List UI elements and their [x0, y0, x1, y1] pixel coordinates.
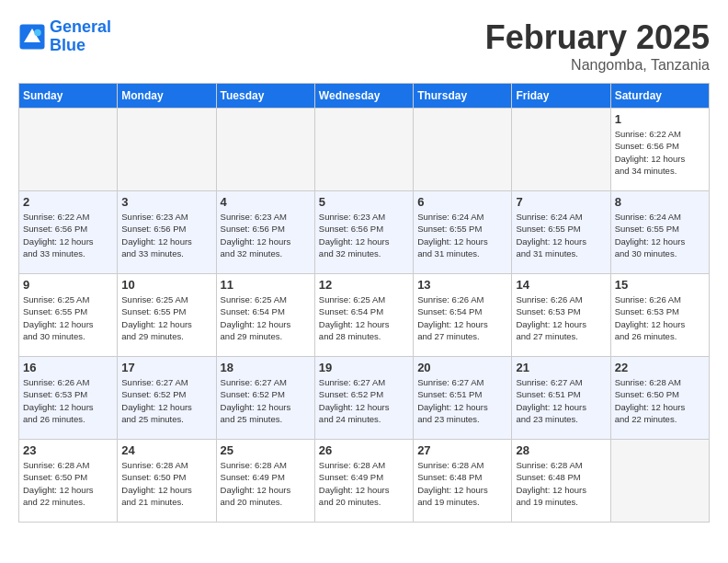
day-info: Sunrise: 6:23 AM Sunset: 6:56 PM Dayligh…	[319, 211, 409, 259]
day-info: Sunrise: 6:28 AM Sunset: 6:49 PM Dayligh…	[221, 459, 311, 508]
day-number: 14	[516, 278, 606, 292]
day-info: Sunrise: 6:28 AM Sunset: 6:49 PM Dayligh…	[319, 459, 409, 508]
day-number: 26	[319, 443, 409, 457]
day-cell: 6Sunrise: 6:24 AM Sunset: 6:55 PM Daylig…	[414, 191, 512, 274]
day-cell: 15Sunrise: 6:26 AM Sunset: 6:53 PM Dayli…	[610, 274, 709, 357]
day-cell: 28Sunrise: 6:28 AM Sunset: 6:48 PM Dayli…	[512, 440, 610, 523]
day-number: 20	[417, 361, 507, 374]
day-cell: 3Sunrise: 6:23 AM Sunset: 6:56 PM Daylig…	[118, 191, 216, 274]
day-cell: 23Sunrise: 6:28 AM Sunset: 6:50 PM Dayli…	[19, 440, 118, 523]
day-cell	[216, 109, 314, 191]
svg-point-2	[34, 29, 41, 37]
week-row-2: 2Sunrise: 6:22 AM Sunset: 6:56 PM Daylig…	[19, 191, 710, 274]
day-info: Sunrise: 6:25 AM Sunset: 6:54 PM Dayligh…	[221, 293, 311, 342]
day-number: 28	[516, 443, 606, 457]
title-block: February 2025 Nangomba, Tanzania	[485, 18, 710, 74]
day-number: 9	[23, 278, 113, 292]
week-row-5: 23Sunrise: 6:28 AM Sunset: 6:50 PM Dayli…	[19, 440, 710, 523]
day-number: 22	[615, 361, 705, 374]
day-info: Sunrise: 6:25 AM Sunset: 6:55 PM Dayligh…	[121, 293, 211, 342]
day-cell	[610, 440, 709, 523]
day-number: 5	[319, 195, 409, 209]
day-cell: 25Sunrise: 6:28 AM Sunset: 6:49 PM Dayli…	[216, 440, 314, 523]
day-number: 7	[516, 195, 606, 209]
day-info: Sunrise: 6:25 AM Sunset: 6:55 PM Dayligh…	[23, 293, 113, 342]
day-info: Sunrise: 6:24 AM Sunset: 6:55 PM Dayligh…	[516, 211, 606, 259]
day-info: Sunrise: 6:28 AM Sunset: 6:50 PM Dayligh…	[615, 376, 705, 425]
day-cell: 9Sunrise: 6:25 AM Sunset: 6:55 PM Daylig…	[19, 274, 118, 357]
day-info: Sunrise: 6:27 AM Sunset: 6:52 PM Dayligh…	[121, 376, 211, 425]
location: Nangomba, Tanzania	[485, 57, 710, 74]
day-cell: 12Sunrise: 6:25 AM Sunset: 6:54 PM Dayli…	[314, 274, 413, 357]
day-number: 6	[417, 195, 507, 209]
day-info: Sunrise: 6:28 AM Sunset: 6:50 PM Dayligh…	[23, 459, 113, 508]
day-info: Sunrise: 6:27 AM Sunset: 6:51 PM Dayligh…	[417, 376, 507, 425]
header-row: SundayMondayTuesdayWednesdayThursdayFrid…	[19, 84, 710, 109]
day-info: Sunrise: 6:24 AM Sunset: 6:55 PM Dayligh…	[417, 211, 507, 259]
day-number: 23	[23, 443, 113, 457]
day-cell: 11Sunrise: 6:25 AM Sunset: 6:54 PM Dayli…	[216, 274, 314, 357]
week-row-3: 9Sunrise: 6:25 AM Sunset: 6:55 PM Daylig…	[19, 274, 710, 357]
logo-blue: Blue	[50, 37, 111, 55]
day-number: 25	[221, 443, 311, 457]
day-number: 10	[121, 278, 211, 292]
day-cell: 21Sunrise: 6:27 AM Sunset: 6:51 PM Dayli…	[512, 357, 610, 440]
day-cell: 2Sunrise: 6:22 AM Sunset: 6:56 PM Daylig…	[19, 191, 118, 274]
day-info: Sunrise: 6:26 AM Sunset: 6:53 PM Dayligh…	[615, 293, 705, 342]
col-header-monday: Monday	[118, 84, 216, 109]
day-number: 17	[121, 361, 211, 374]
day-cell: 27Sunrise: 6:28 AM Sunset: 6:48 PM Dayli…	[414, 440, 512, 523]
day-cell: 20Sunrise: 6:27 AM Sunset: 6:51 PM Dayli…	[414, 357, 512, 440]
day-number: 15	[615, 278, 705, 292]
day-number: 12	[319, 278, 409, 292]
day-number: 3	[121, 195, 211, 209]
page-header: General Blue February 2025 Nangomba, Tan…	[18, 18, 710, 74]
col-header-friday: Friday	[512, 84, 610, 109]
col-header-sunday: Sunday	[19, 84, 118, 109]
day-cell: 7Sunrise: 6:24 AM Sunset: 6:55 PM Daylig…	[512, 191, 610, 274]
col-header-saturday: Saturday	[610, 84, 709, 109]
day-info: Sunrise: 6:23 AM Sunset: 6:56 PM Dayligh…	[221, 211, 311, 259]
day-cell: 22Sunrise: 6:28 AM Sunset: 6:50 PM Dayli…	[610, 357, 709, 440]
day-info: Sunrise: 6:28 AM Sunset: 6:50 PM Dayligh…	[121, 459, 211, 508]
day-info: Sunrise: 6:24 AM Sunset: 6:55 PM Dayligh…	[615, 211, 705, 259]
day-number: 13	[417, 278, 507, 292]
day-info: Sunrise: 6:27 AM Sunset: 6:52 PM Dayligh…	[319, 376, 409, 425]
logo-text: General Blue	[50, 18, 111, 55]
day-number: 8	[615, 195, 705, 209]
day-number: 16	[23, 361, 113, 374]
day-cell: 24Sunrise: 6:28 AM Sunset: 6:50 PM Dayli…	[118, 440, 216, 523]
day-number: 4	[221, 195, 311, 209]
day-cell: 5Sunrise: 6:23 AM Sunset: 6:56 PM Daylig…	[314, 191, 413, 274]
day-cell: 1Sunrise: 6:22 AM Sunset: 6:56 PM Daylig…	[610, 109, 709, 191]
col-header-tuesday: Tuesday	[216, 84, 314, 109]
day-info: Sunrise: 6:28 AM Sunset: 6:48 PM Dayligh…	[417, 459, 507, 508]
day-cell: 8Sunrise: 6:24 AM Sunset: 6:55 PM Daylig…	[610, 191, 709, 274]
day-number: 1	[615, 112, 705, 126]
day-cell: 19Sunrise: 6:27 AM Sunset: 6:52 PM Dayli…	[314, 357, 413, 440]
logo: General Blue	[18, 18, 111, 55]
calendar-table: SundayMondayTuesdayWednesdayThursdayFrid…	[18, 83, 710, 523]
logo-icon	[18, 23, 46, 51]
day-info: Sunrise: 6:25 AM Sunset: 6:54 PM Dayligh…	[319, 293, 409, 342]
day-number: 11	[221, 278, 311, 292]
day-info: Sunrise: 6:22 AM Sunset: 6:56 PM Dayligh…	[615, 128, 705, 177]
day-info: Sunrise: 6:27 AM Sunset: 6:52 PM Dayligh…	[221, 376, 311, 425]
day-number: 2	[23, 195, 113, 209]
day-cell	[512, 109, 610, 191]
day-info: Sunrise: 6:26 AM Sunset: 6:53 PM Dayligh…	[23, 376, 113, 425]
day-cell: 16Sunrise: 6:26 AM Sunset: 6:53 PM Dayli…	[19, 357, 118, 440]
day-cell	[314, 109, 413, 191]
day-cell: 13Sunrise: 6:26 AM Sunset: 6:54 PM Dayli…	[414, 274, 512, 357]
day-cell	[414, 109, 512, 191]
day-number: 19	[319, 361, 409, 374]
day-number: 24	[121, 443, 211, 457]
logo-general: General	[50, 17, 111, 36]
day-info: Sunrise: 6:22 AM Sunset: 6:56 PM Dayligh…	[23, 211, 113, 259]
day-cell: 17Sunrise: 6:27 AM Sunset: 6:52 PM Dayli…	[118, 357, 216, 440]
day-info: Sunrise: 6:27 AM Sunset: 6:51 PM Dayligh…	[516, 376, 606, 425]
col-header-wednesday: Wednesday	[314, 84, 413, 109]
day-cell: 10Sunrise: 6:25 AM Sunset: 6:55 PM Dayli…	[118, 274, 216, 357]
day-number: 18	[221, 361, 311, 374]
day-info: Sunrise: 6:28 AM Sunset: 6:48 PM Dayligh…	[516, 459, 606, 508]
